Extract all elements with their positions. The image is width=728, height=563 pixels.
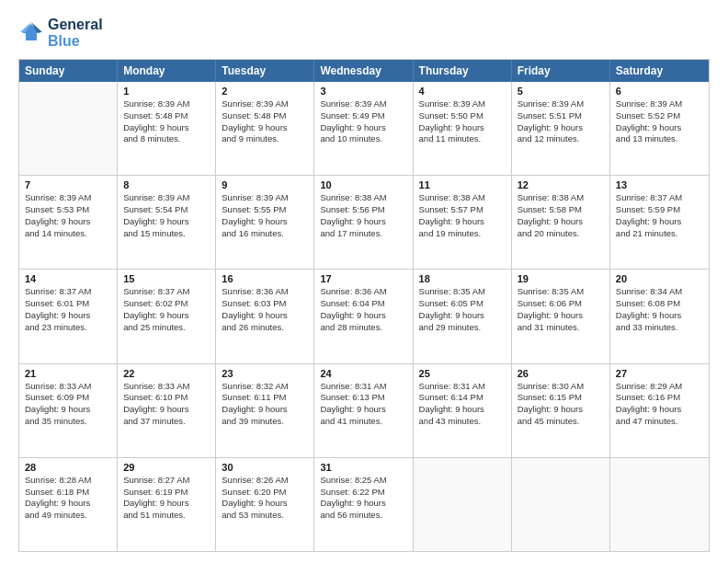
day-info: Sunrise: 8:37 AM Sunset: 6:02 PM Dayligh…	[123, 286, 210, 333]
header-day-friday: Friday	[512, 60, 610, 82]
day-info: Sunrise: 8:27 AM Sunset: 6:19 PM Dayligh…	[123, 475, 210, 522]
day-info: Sunrise: 8:39 AM Sunset: 5:48 PM Dayligh…	[222, 98, 308, 145]
calendar-row-3: 21Sunrise: 8:33 AM Sunset: 6:09 PM Dayli…	[19, 363, 709, 457]
day-info: Sunrise: 8:31 AM Sunset: 6:13 PM Dayligh…	[320, 381, 406, 428]
day-number: 28	[25, 462, 111, 473]
day-info: Sunrise: 8:36 AM Sunset: 6:04 PM Dayligh…	[320, 286, 406, 333]
calendar-cell: 26Sunrise: 8:30 AM Sunset: 6:15 PM Dayli…	[512, 364, 610, 457]
calendar-cell: 6Sunrise: 8:39 AM Sunset: 5:52 PM Daylig…	[610, 82, 709, 175]
calendar-cell: 29Sunrise: 8:27 AM Sunset: 6:19 PM Dayli…	[118, 458, 216, 551]
calendar-cell	[512, 458, 610, 551]
day-number: 2	[222, 86, 308, 97]
calendar-row-4: 28Sunrise: 8:28 AM Sunset: 6:18 PM Dayli…	[19, 457, 709, 551]
day-info: Sunrise: 8:33 AM Sunset: 6:09 PM Dayligh…	[25, 381, 111, 428]
day-info: Sunrise: 8:39 AM Sunset: 5:49 PM Dayligh…	[320, 98, 406, 145]
day-number: 31	[320, 462, 406, 473]
calendar-cell: 12Sunrise: 8:38 AM Sunset: 5:58 PM Dayli…	[512, 176, 610, 269]
calendar-cell: 25Sunrise: 8:31 AM Sunset: 6:14 PM Dayli…	[414, 364, 512, 457]
calendar-cell: 21Sunrise: 8:33 AM Sunset: 6:09 PM Dayli…	[19, 364, 118, 457]
calendar-cell	[414, 458, 512, 551]
day-number: 29	[123, 462, 210, 473]
day-info: Sunrise: 8:38 AM Sunset: 5:56 PM Dayligh…	[320, 192, 406, 239]
calendar-cell: 13Sunrise: 8:37 AM Sunset: 5:59 PM Dayli…	[610, 176, 709, 269]
day-info: Sunrise: 8:39 AM Sunset: 5:55 PM Dayligh…	[222, 192, 308, 239]
calendar-row-2: 14Sunrise: 8:37 AM Sunset: 6:01 PM Dayli…	[19, 269, 709, 362]
calendar-cell: 31Sunrise: 8:25 AM Sunset: 6:22 PM Dayli…	[314, 458, 413, 551]
calendar-cell: 22Sunrise: 8:33 AM Sunset: 6:10 PM Dayli…	[118, 364, 216, 457]
day-number: 8	[123, 179, 210, 190]
header-day-thursday: Thursday	[414, 60, 512, 82]
calendar: SundayMondayTuesdayWednesdayThursdayFrid…	[18, 59, 710, 552]
header-day-saturday: Saturday	[610, 60, 709, 82]
day-info: Sunrise: 8:38 AM Sunset: 5:58 PM Dayligh…	[518, 192, 604, 239]
calendar-header: SundayMondayTuesdayWednesdayThursdayFrid…	[19, 60, 709, 82]
day-number: 10	[320, 179, 406, 190]
day-number: 5	[518, 86, 604, 97]
day-number: 1	[123, 86, 210, 97]
day-number: 9	[222, 179, 308, 190]
calendar-row-0: 1Sunrise: 8:39 AM Sunset: 5:48 PM Daylig…	[19, 82, 709, 175]
logo-icon	[18, 20, 44, 46]
calendar-cell: 4Sunrise: 8:39 AM Sunset: 5:50 PM Daylig…	[414, 82, 512, 175]
header-day-sunday: Sunday	[19, 60, 118, 82]
calendar-cell: 30Sunrise: 8:26 AM Sunset: 6:20 PM Dayli…	[216, 458, 314, 551]
calendar-cell: 19Sunrise: 8:35 AM Sunset: 6:06 PM Dayli…	[512, 270, 610, 362]
logo-text: General Blue	[48, 17, 103, 50]
day-number: 14	[25, 273, 111, 284]
calendar-cell	[19, 82, 118, 175]
day-info: Sunrise: 8:39 AM Sunset: 5:48 PM Dayligh…	[123, 98, 210, 145]
day-number: 20	[616, 273, 703, 284]
day-number: 17	[320, 273, 406, 284]
day-number: 15	[123, 273, 210, 284]
calendar-cell	[610, 458, 709, 551]
day-info: Sunrise: 8:29 AM Sunset: 6:16 PM Dayligh…	[616, 381, 703, 428]
day-info: Sunrise: 8:37 AM Sunset: 5:59 PM Dayligh…	[616, 192, 703, 239]
day-number: 3	[320, 86, 406, 97]
calendar-cell: 3Sunrise: 8:39 AM Sunset: 5:49 PM Daylig…	[314, 82, 413, 175]
header: General Blue	[18, 17, 710, 50]
day-number: 24	[320, 368, 406, 379]
calendar-cell: 1Sunrise: 8:39 AM Sunset: 5:48 PM Daylig…	[118, 82, 216, 175]
day-number: 16	[222, 273, 308, 284]
day-number: 30	[222, 462, 308, 473]
calendar-cell: 16Sunrise: 8:36 AM Sunset: 6:03 PM Dayli…	[216, 270, 314, 362]
logo: General Blue	[18, 17, 103, 50]
day-info: Sunrise: 8:35 AM Sunset: 6:06 PM Dayligh…	[518, 286, 604, 333]
day-info: Sunrise: 8:33 AM Sunset: 6:10 PM Dayligh…	[123, 381, 210, 428]
calendar-cell: 15Sunrise: 8:37 AM Sunset: 6:02 PM Dayli…	[118, 270, 216, 362]
day-info: Sunrise: 8:37 AM Sunset: 6:01 PM Dayligh…	[25, 286, 111, 333]
day-number: 27	[616, 368, 703, 379]
day-number: 13	[616, 179, 703, 190]
calendar-cell: 10Sunrise: 8:38 AM Sunset: 5:56 PM Dayli…	[314, 176, 413, 269]
day-number: 25	[419, 368, 506, 379]
calendar-cell: 2Sunrise: 8:39 AM Sunset: 5:48 PM Daylig…	[216, 82, 314, 175]
day-number: 23	[222, 368, 308, 379]
day-info: Sunrise: 8:31 AM Sunset: 6:14 PM Dayligh…	[419, 381, 506, 428]
day-info: Sunrise: 8:28 AM Sunset: 6:18 PM Dayligh…	[25, 475, 111, 522]
day-number: 12	[518, 179, 604, 190]
calendar-cell: 28Sunrise: 8:28 AM Sunset: 6:18 PM Dayli…	[19, 458, 118, 551]
day-info: Sunrise: 8:30 AM Sunset: 6:15 PM Dayligh…	[518, 381, 604, 428]
day-number: 7	[25, 179, 111, 190]
day-info: Sunrise: 8:39 AM Sunset: 5:50 PM Dayligh…	[419, 98, 506, 145]
day-number: 6	[616, 86, 703, 97]
day-number: 22	[123, 368, 210, 379]
header-day-wednesday: Wednesday	[314, 60, 413, 82]
calendar-cell: 9Sunrise: 8:39 AM Sunset: 5:55 PM Daylig…	[216, 176, 314, 269]
calendar-cell: 24Sunrise: 8:31 AM Sunset: 6:13 PM Dayli…	[314, 364, 413, 457]
day-number: 26	[518, 368, 604, 379]
day-number: 19	[518, 273, 604, 284]
day-info: Sunrise: 8:32 AM Sunset: 6:11 PM Dayligh…	[222, 381, 308, 428]
calendar-cell: 14Sunrise: 8:37 AM Sunset: 6:01 PM Dayli…	[19, 270, 118, 362]
calendar-cell: 20Sunrise: 8:34 AM Sunset: 6:08 PM Dayli…	[610, 270, 709, 362]
day-info: Sunrise: 8:34 AM Sunset: 6:08 PM Dayligh…	[616, 286, 703, 333]
calendar-body: 1Sunrise: 8:39 AM Sunset: 5:48 PM Daylig…	[19, 82, 709, 551]
calendar-cell: 23Sunrise: 8:32 AM Sunset: 6:11 PM Dayli…	[216, 364, 314, 457]
calendar-cell: 5Sunrise: 8:39 AM Sunset: 5:51 PM Daylig…	[512, 82, 610, 175]
day-info: Sunrise: 8:39 AM Sunset: 5:52 PM Dayligh…	[616, 98, 703, 145]
day-number: 21	[25, 368, 111, 379]
day-info: Sunrise: 8:39 AM Sunset: 5:54 PM Dayligh…	[123, 192, 210, 239]
day-info: Sunrise: 8:39 AM Sunset: 5:51 PM Dayligh…	[518, 98, 604, 145]
day-info: Sunrise: 8:36 AM Sunset: 6:03 PM Dayligh…	[222, 286, 308, 333]
day-info: Sunrise: 8:39 AM Sunset: 5:53 PM Dayligh…	[25, 192, 111, 239]
